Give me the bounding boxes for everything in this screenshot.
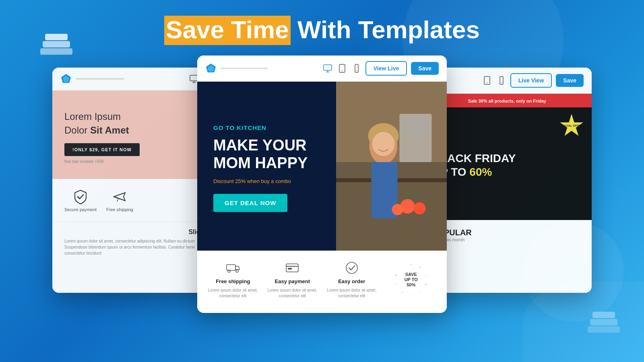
hero-text: GO TO KITCHEN MAKE YOUR MOM HAPPY Discou… bbox=[197, 82, 336, 251]
easy-payment-desc: Lorem ipsum dolor sit amet, consectetur … bbox=[265, 288, 320, 299]
right-card-toolbar: Live View Save bbox=[423, 68, 592, 94]
plane-icon bbox=[111, 189, 128, 205]
black-friday-percent: 60% bbox=[469, 166, 492, 178]
red-banner: Sale 30% all products, only on Friday bbox=[423, 94, 592, 107]
right-toolbar-icons bbox=[482, 76, 506, 85]
hero-image bbox=[336, 82, 447, 251]
easy-order-title: Easy order bbox=[338, 278, 365, 284]
get-it-button[interactable]: !ONLY $29, GET IT NOW bbox=[64, 143, 140, 156]
left-feature-secure: Secure payment bbox=[64, 189, 97, 212]
save-badge: SAVEUP TO50% bbox=[395, 264, 427, 296]
svg-point-35 bbox=[236, 270, 238, 272]
svg-rect-36 bbox=[286, 264, 298, 272]
right-card-body: Sale 30% all products, only on Friday SP… bbox=[423, 94, 592, 250]
desktop-icon-center bbox=[323, 64, 332, 73]
left-toolbar-line bbox=[76, 78, 124, 80]
svg-rect-33 bbox=[227, 265, 235, 270]
svg-rect-46 bbox=[588, 326, 620, 333]
slide-section: Slide 1 Lorem ipsum dolor sit amet, cons… bbox=[52, 222, 221, 263]
template-card-left: Lorem Ipsum Dolor Sit Amet !ONLY $29, GE… bbox=[52, 68, 221, 293]
right-bottom: POPULAR seller this month bbox=[423, 220, 592, 250]
shield-icon bbox=[72, 189, 89, 205]
svg-point-29 bbox=[372, 132, 395, 156]
center-toolbar-line bbox=[221, 68, 268, 69]
pink-section: Lorem Ipsum Dolor Sit Amet !ONLY $29, GE… bbox=[52, 90, 221, 179]
feature-save-badge: SAVEUP TO50% bbox=[384, 261, 439, 299]
view-live-button-center[interactable]: View Live bbox=[365, 61, 407, 76]
red-banner-text: Sale 30% all products, only on Friday bbox=[468, 99, 546, 103]
pink-title: Lorem Ipsum Dolor Sit Amet bbox=[64, 110, 209, 137]
svg-rect-47 bbox=[590, 319, 617, 325]
svg-point-39 bbox=[346, 262, 357, 274]
svg-line-11 bbox=[117, 199, 118, 202]
svg-rect-38 bbox=[288, 268, 292, 269]
page-title: Save Time With Templates bbox=[0, 16, 644, 43]
free-shipping-desc: Lorem ipsum dolor sit amet, consectetur … bbox=[205, 288, 261, 299]
svg-point-43 bbox=[501, 82, 502, 83]
hero-discount: Discount 25% when buy a combo bbox=[213, 178, 324, 184]
mobile-icon-center bbox=[352, 64, 361, 73]
svg-rect-25 bbox=[404, 118, 428, 134]
center-features-row: Free shipping Lorem ipsum dolor sit amet… bbox=[197, 251, 447, 309]
center-toolbar-icons bbox=[323, 64, 361, 73]
tablet-icon-center bbox=[337, 64, 347, 73]
svg-rect-5 bbox=[190, 75, 198, 81]
hero-image-svg bbox=[336, 82, 447, 251]
svg-rect-42 bbox=[500, 76, 503, 84]
feature-easy-order: Easy order Lorem ipsum dolor sit amet, c… bbox=[324, 261, 380, 299]
black-section: SPECIAL OFFER! BLACK FRIDAY UP TO 60% bbox=[423, 107, 592, 220]
left-card-body: Lorem Ipsum Dolor Sit Amet !ONLY $29, GE… bbox=[52, 90, 221, 263]
center-logo bbox=[205, 63, 217, 74]
svg-line-10 bbox=[114, 197, 120, 199]
svg-point-31 bbox=[414, 202, 426, 214]
reviews-text: five-star reviews +500 bbox=[64, 159, 209, 164]
left-card-toolbar bbox=[52, 68, 221, 90]
page-header: Save Time With Templates bbox=[0, 0, 644, 56]
svg-rect-19 bbox=[355, 64, 358, 72]
stack-icon-bottomright bbox=[588, 310, 620, 338]
svg-point-18 bbox=[342, 70, 343, 71]
slide-title: Slide 1 bbox=[64, 228, 209, 236]
popular-subtitle: seller this month bbox=[432, 237, 582, 242]
center-logo-icon bbox=[205, 63, 217, 74]
template-card-right: Live View Save Sale 30% all products, on… bbox=[423, 68, 592, 293]
hero-subtitle: GO TO KITCHEN bbox=[213, 124, 324, 131]
special-badge-text: SPECIAL OFFER! bbox=[560, 124, 583, 128]
cards-container: Lorem Ipsum Dolor Sit Amet !ONLY $29, GE… bbox=[0, 56, 644, 313]
get-deal-button[interactable]: GET DEAL NOW bbox=[213, 194, 287, 212]
mobile-icon-right bbox=[497, 76, 506, 85]
left-logo bbox=[60, 73, 72, 84]
free-shipping-title: Free shipping bbox=[216, 278, 250, 284]
check-circle-icon bbox=[345, 261, 359, 275]
feature-easy-payment: Easy payment Lorem ipsum dolor sit amet,… bbox=[265, 261, 320, 299]
save-button-center[interactable]: Save bbox=[411, 62, 439, 75]
secure-payment-label: Secure payment bbox=[64, 207, 97, 212]
svg-rect-14 bbox=[324, 65, 332, 70]
svg-point-20 bbox=[356, 70, 357, 71]
black-friday-text: BLACK FRIDAY UP TO 60% bbox=[432, 152, 582, 179]
hero-title: MAKE YOUR MOM HAPPY bbox=[213, 137, 324, 172]
svg-point-41 bbox=[487, 82, 487, 83]
center-card-toolbar: View Live Save bbox=[197, 56, 447, 82]
view-live-button-right[interactable]: Live View bbox=[510, 73, 552, 88]
tablet-icon-right bbox=[482, 76, 492, 85]
title-highlight: Save Time bbox=[164, 16, 291, 43]
free-shipping-label-left: Free shipping bbox=[106, 207, 133, 212]
easy-payment-title: Easy payment bbox=[275, 278, 310, 284]
easy-order-desc: Lorem ipsum dolor sit amet, consectetur … bbox=[324, 288, 380, 299]
save-badge-text: SAVEUP TO50% bbox=[405, 272, 418, 288]
svg-point-32 bbox=[392, 204, 403, 215]
hero-banner: GO TO KITCHEN MAKE YOUR MOM HAPPY Discou… bbox=[197, 82, 447, 251]
special-offer-badge: SPECIAL OFFER! bbox=[559, 114, 584, 138]
save-button-right[interactable]: Save bbox=[556, 74, 584, 87]
truck-icon bbox=[226, 261, 240, 275]
popular-title: POPULAR bbox=[432, 228, 582, 237]
left-logo-icon bbox=[60, 73, 72, 84]
card-icon bbox=[285, 261, 299, 275]
template-card-center: View Live Save GO TO KITCHEN MAKE YOUR M… bbox=[197, 56, 447, 313]
feature-free-shipping: Free shipping Lorem ipsum dolor sit amet… bbox=[205, 261, 261, 299]
left-feature-shipping: Free shipping bbox=[106, 189, 133, 212]
slide-text: Lorem ipsum dolor sit amet, consectetur … bbox=[64, 238, 209, 256]
left-features-row: Secure payment Free shipping bbox=[52, 179, 221, 222]
